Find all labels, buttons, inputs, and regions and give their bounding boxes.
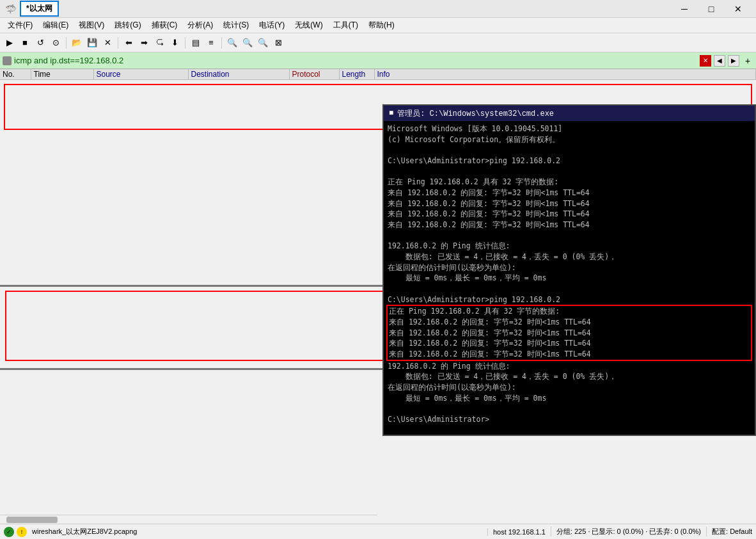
toolbar-sep-2 [118,37,118,49]
cmd-text-bottom: 192.168.0.2 的 Ping 统计信息: 数据包: 已发送 = 4，已接… [388,361,751,425]
filter-bar: ✕ ◀ ▶ + [0,52,756,69]
toolbar-sep-1 [66,37,67,49]
status-config: 配置: Default [706,527,752,536]
status-file: wireshark_以太网ZEJ8V2.pcapng [32,527,137,536]
toolbar-mark[interactable]: ▤ [189,36,203,50]
status-green-icon: ✓ [4,527,14,537]
toolbar-stop[interactable]: ■ [18,36,32,50]
menu-capture[interactable]: 捕获(C) [146,19,183,32]
toolbar-close[interactable]: ✕ [100,36,114,50]
toolbar: ▶ ■ ↺ ⊙ 📂 💾 ✕ ⬅ ➡ ⮎ ⬇ ▤ ≡ 🔍 🔍 🔍 ⊠ [0,33,756,52]
cmd-text-top: Microsoft Windows [版本 10.0.19045.5011] (… [388,124,751,305]
filter-right-arrow[interactable]: ▶ [728,55,739,67]
toolbar-back[interactable]: ⬅ [122,36,136,50]
col-header-no: No. [0,69,31,80]
menu-help[interactable]: 帮助(H) [363,19,400,32]
col-header-destination: Destination [188,69,289,80]
toolbar-sep-3 [185,37,185,49]
minimize-button[interactable]: ─ [672,0,697,18]
window-controls: ─ □ ✕ [672,0,751,18]
toolbar-list[interactable]: ≡ [204,36,218,50]
col-header-protocol: Protocol [289,69,339,80]
cmd-highlighted-text: 正在 Ping 192.168.0.2 具有 32 字节的数据: 来自 192.… [389,306,750,359]
toolbar-start[interactable]: ▶ [3,36,17,50]
filter-add-button[interactable]: + [742,55,753,67]
app-icon: 🦈 [5,4,16,14]
menu-view[interactable]: 视图(V) [74,19,109,32]
col-header-info: Info [374,69,756,80]
toolbar-zoom-in[interactable]: 🔍 [225,36,239,50]
col-header-source: Source [93,69,188,80]
packet-table: No. Time Source Destination Protocol Len… [0,69,756,80]
col-header-time: Time [31,69,93,80]
h-scrollbar-thumb[interactable] [6,517,58,523]
close-button[interactable]: ✕ [725,0,751,18]
cmd-title: 管理员: C:\Windows\system32\cmd.exe [397,108,554,119]
toolbar-zoom-out[interactable]: 🔍 [240,36,255,50]
menu-stats[interactable]: 统计(S) [218,19,254,32]
menu-bar: 文件(F) 编辑(E) 视图(V) 跳转(G) 捕获(C) 分析(A) 统计(S… [0,18,756,33]
toolbar-forward[interactable]: ➡ [137,36,151,50]
toolbar-save[interactable]: 💾 [85,36,99,50]
filter-bookmark-icon [3,56,12,65]
cmd-titlebar: ■ 管理员: C:\Windows\system32\cmd.exe [384,106,755,121]
status-stats: 分组: 225 · 已显示: 0 (0.0%) · 已丢弃: 0 (0.0%) [551,527,701,536]
col-header-length: Length [339,69,374,80]
status-host: host 192.168.1.1 [487,528,546,536]
toolbar-open[interactable]: 📂 [70,36,84,50]
status-icons: ✓ ! [4,527,27,537]
menu-phone[interactable]: 电话(Y) [254,19,290,32]
status-yellow-icon: ! [17,527,27,537]
maximize-button[interactable]: □ [698,0,724,18]
toolbar-restart[interactable]: ↺ [33,36,47,50]
toolbar-sep-4 [221,37,222,49]
toolbar-colresize[interactable]: ⊠ [271,36,285,50]
filter-input[interactable] [14,54,697,67]
title-bar: 🦈 *以太网 ─ □ ✕ [0,0,756,18]
filter-left-arrow[interactable]: ◀ [714,55,725,67]
cmd-icon: ■ [389,109,393,118]
menu-goto[interactable]: 跳转(G) [109,19,146,32]
toolbar-options[interactable]: ⊙ [49,36,63,50]
menu-wireless[interactable]: 无线(W) [290,19,327,32]
title-bar-left: 🦈 *以太网 [5,1,59,17]
cmd-window: ■ 管理员: C:\Windows\system32\cmd.exe Micro… [382,104,756,436]
toolbar-goto[interactable]: ⮎ [152,36,166,50]
menu-tools[interactable]: 工具(T) [328,19,363,32]
toolbar-zoom-fit[interactable]: 🔍 [256,36,270,50]
window-title: *以太网 [20,1,59,17]
menu-file[interactable]: 文件(F) [3,19,38,32]
toolbar-down[interactable]: ⬇ [168,36,182,50]
status-bar: ✓ ! wireshark_以太网ZEJ8V2.pcapng host 192.… [0,524,756,539]
menu-edit[interactable]: 编辑(E) [38,19,74,32]
cmd-body: Microsoft Windows [版本 10.0.19045.5011] (… [384,121,755,435]
cmd-highlight-box: 正在 Ping 192.168.0.2 具有 32 字节的数据: 来自 192.… [386,305,752,360]
filter-clear-button[interactable]: ✕ [700,55,711,67]
h-scrollbar[interactable] [0,515,377,524]
menu-analyze[interactable]: 分析(A) [182,19,218,32]
